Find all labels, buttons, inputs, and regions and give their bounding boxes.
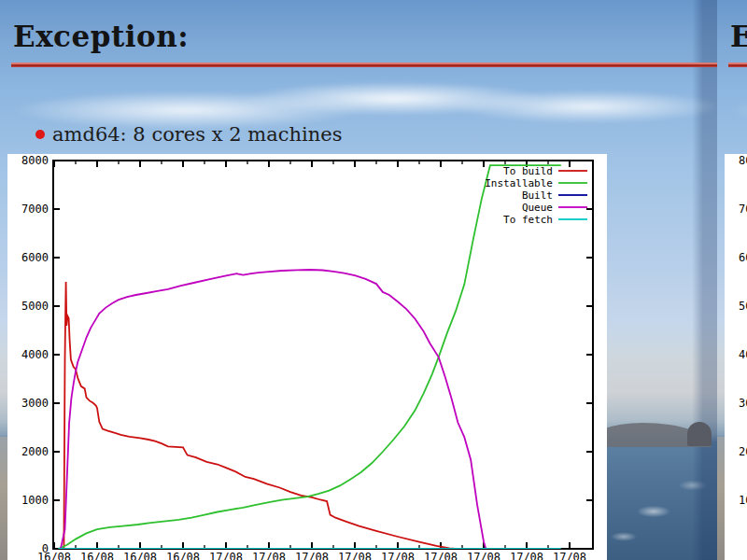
bullet-item: amd64: 8 cores x 2 machines: [35, 122, 342, 147]
x-axis-tick-label: 17/08: [295, 551, 329, 560]
series-queue: [61, 270, 486, 549]
y-axis-tick-label: 7000: [739, 203, 747, 216]
y-axis-tick-label: 1000: [739, 494, 747, 507]
x-axis-tick-label: 16/08: [37, 551, 71, 560]
y-axis-tick-label: 7000: [21, 203, 49, 216]
page-title: Exception:: [730, 20, 747, 53]
bullet-marker-icon: [35, 130, 45, 139]
x-axis-tick-label: 17/08: [252, 551, 286, 560]
y-axis-tick-label: 5000: [21, 300, 49, 313]
y-axis-tick-label: 4000: [739, 348, 747, 361]
y-axis-tick-label: 5000: [739, 300, 747, 313]
series-to-build: [63, 282, 560, 549]
bullet-text: amd64: 8 cores x 2 machines: [52, 122, 342, 147]
y-axis-tick-label: 8000: [739, 154, 747, 167]
build-status-chart-panel: 01000200030004000500060007000800016/0816…: [725, 154, 747, 560]
background-cloud-streak: [717, 77, 747, 134]
x-axis-tick-label: 17/08: [510, 551, 543, 560]
y-axis-tick-label: 1000: [21, 494, 49, 507]
y-axis-tick-label: 3000: [21, 397, 49, 410]
legend-label-to-build: To build: [503, 165, 553, 177]
legend-label-built: Built: [522, 189, 553, 202]
build-status-chart-panel: 01000200030004000500060007000800016/0816…: [7, 154, 607, 560]
build-status-chart: 01000200030004000500060007000800016/0816…: [7, 154, 607, 560]
slide-exception: Exception: amd64: 8 cores x 2 machines 0…: [0, 0, 717, 560]
y-axis-tick-label: 2000: [739, 445, 747, 458]
x-axis-tick-label: 17/08: [424, 551, 458, 560]
legend-label-installable: Installable: [485, 177, 553, 189]
x-axis-tick-label: 16/08: [166, 551, 200, 560]
title-rule: [728, 63, 747, 67]
title-rule: [11, 63, 717, 67]
page-title: Exception:: [13, 20, 189, 53]
x-axis-tick-label: 17/08: [338, 551, 372, 560]
slide-exception-next: Exception: amd64: 8 cores x 2 machines 0…: [717, 0, 747, 560]
y-axis-tick-label: 8000: [21, 154, 49, 167]
y-axis-tick-label: 6000: [739, 251, 747, 264]
y-axis-tick-label: 4000: [21, 348, 49, 361]
background-rock: [687, 422, 712, 446]
x-axis-tick-label: 17/08: [209, 551, 243, 560]
slide-strip: Exception: amd64: 8 cores x 2 machines 0…: [0, 0, 747, 560]
legend-label-to-fetch: To fetch: [503, 214, 553, 226]
x-axis-tick-label: 16/08: [80, 551, 114, 560]
legend-label-queue: Queue: [522, 202, 553, 214]
y-axis-tick-label: 6000: [21, 251, 49, 264]
series-installable: [59, 165, 561, 549]
y-axis-tick-label: 3000: [739, 397, 747, 410]
x-axis-tick-label: 17/08: [381, 551, 415, 560]
build-status-chart: 01000200030004000500060007000800016/0816…: [725, 154, 747, 560]
x-axis-tick-label: 16/08: [123, 551, 157, 560]
y-axis-tick-label: 2000: [21, 445, 49, 458]
x-axis-tick-label: 17/08: [553, 551, 586, 560]
x-axis-tick-label: 17/08: [467, 551, 500, 560]
